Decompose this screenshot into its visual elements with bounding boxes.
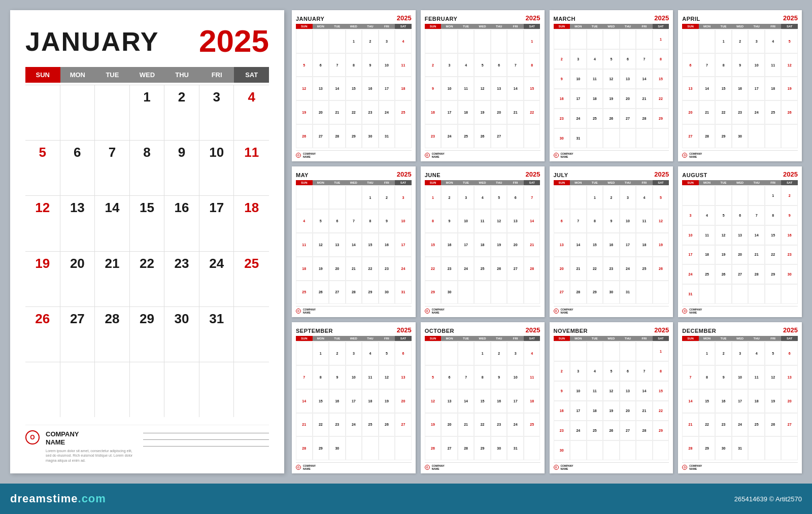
small-cell: 21 (570, 257, 587, 281)
small-cell: 30 (603, 281, 620, 304)
cal-row: 26 27 28 29 30 31 (25, 306, 269, 362)
small-day-header-sat: SAT (653, 180, 669, 185)
small-cell: 28 (329, 124, 346, 148)
small-calendar-may: MAY2025SUNMONTUEWEDTHUFRISAT123456789101… (292, 166, 416, 318)
small-cell: 5 (653, 186, 669, 210)
small-row: 1234 (425, 341, 540, 365)
small-cell: 16 (554, 401, 570, 421)
small-day-header-mon: MON (570, 336, 587, 341)
small-year: 2025 (526, 170, 540, 178)
small-cell: 26 (296, 124, 313, 148)
small-cell: 13 (732, 225, 749, 245)
small-cell: 17 (346, 389, 362, 413)
small-row: 891011121314 (425, 209, 540, 233)
small-cell: 28 (636, 421, 653, 440)
small-cell: 17 (379, 77, 395, 100)
small-cell: 30 (491, 436, 507, 460)
small-cell (715, 186, 732, 205)
small-row: 25262728293031 (296, 281, 412, 304)
small-cell: 4 (296, 209, 313, 233)
small-cell (636, 281, 653, 304)
small-cell: 22 (313, 413, 329, 437)
small-cell: 28 (699, 124, 716, 148)
small-cell: 22 (425, 257, 442, 281)
small-cell (491, 29, 507, 53)
small-cell: 1 (346, 29, 362, 53)
small-cell: 8 (653, 361, 669, 381)
small-cell (682, 341, 699, 365)
small-cell: 11 (765, 53, 782, 77)
small-company-name: COMPANYNAME (432, 464, 445, 470)
small-cell: 14 (570, 233, 587, 257)
small-cell (554, 186, 570, 210)
small-day-header-mon: MON (313, 24, 329, 29)
small-row: 2728293031 (554, 281, 669, 304)
small-row: 30 (554, 440, 669, 460)
small-cell: 21 (636, 89, 653, 109)
small-cell (781, 284, 798, 304)
small-cell: 27 (395, 413, 412, 437)
small-cell: 20 (313, 100, 329, 124)
small-cell: 28 (524, 257, 540, 281)
small-cell: 24 (395, 257, 412, 281)
small-cell: 29 (587, 281, 603, 304)
small-cell (507, 29, 524, 53)
small-row: 16171819202122 (554, 401, 669, 421)
small-cell: 25 (362, 413, 379, 437)
small-cell (570, 186, 587, 210)
small-cell: 24 (458, 257, 475, 281)
small-cell: 8 (313, 365, 329, 389)
small-cell: 21 (296, 413, 313, 437)
small-cell (781, 436, 798, 460)
cal-cell: 4 (234, 85, 269, 140)
small-day-header-sat: SAT (653, 24, 669, 29)
small-cell: 10 (748, 53, 765, 77)
small-day-header-sun: SUN (425, 336, 442, 341)
cal-cell: 27 (60, 307, 95, 362)
small-cell: 15 (653, 69, 669, 89)
small-cell (458, 29, 475, 53)
small-cell: 9 (715, 365, 732, 389)
small-cell (296, 29, 313, 53)
small-cell (603, 128, 620, 148)
small-cell: 4 (748, 341, 765, 365)
small-row: 17181920212223 (682, 245, 798, 265)
small-cell: 25 (636, 257, 653, 281)
small-day-header-thu: THU (620, 180, 636, 185)
cal-cell: 18 (234, 196, 269, 251)
cal-cell: 5 (25, 141, 60, 195)
small-cell: 1 (362, 186, 379, 210)
small-row: 22232425262728 (425, 257, 540, 281)
small-cell: 28 (570, 281, 587, 304)
small-cell: 22 (715, 100, 732, 124)
cal-cell: 1 (130, 85, 165, 140)
small-cell: 29 (362, 281, 379, 304)
small-footer: OCOMPANYNAME (296, 462, 412, 470)
cal-cell: 29 (130, 307, 165, 362)
small-cell (507, 124, 524, 148)
small-cell: 28 (296, 436, 313, 460)
cal-cell: 20 (60, 252, 95, 306)
small-cell: 6 (732, 205, 749, 225)
small-day-header-sat: SAT (524, 24, 540, 29)
small-cell: 23 (781, 245, 798, 265)
small-cell: 24 (570, 421, 587, 440)
small-cell: 14 (296, 389, 313, 413)
small-row: 16171819202122 (425, 100, 540, 124)
small-row: 19202122232425 (296, 100, 412, 124)
small-cell: 1 (653, 29, 669, 49)
small-cell: 4 (474, 186, 491, 210)
small-cell: 18 (765, 77, 782, 100)
small-cell: 31 (379, 124, 395, 148)
small-cell: 13 (620, 69, 636, 89)
cal-cell: 23 (164, 252, 199, 306)
small-month: APRIL (682, 16, 700, 22)
small-cell: 9 (425, 77, 442, 100)
small-cell: 15 (313, 389, 329, 413)
small-cell (715, 284, 732, 304)
small-day-header-fri: FRI (765, 24, 782, 29)
small-cell: 20 (682, 100, 699, 124)
small-row: 21222324252627 (682, 413, 798, 437)
small-day-header-tue: TUE (458, 24, 475, 29)
small-cell: 17 (570, 401, 587, 421)
